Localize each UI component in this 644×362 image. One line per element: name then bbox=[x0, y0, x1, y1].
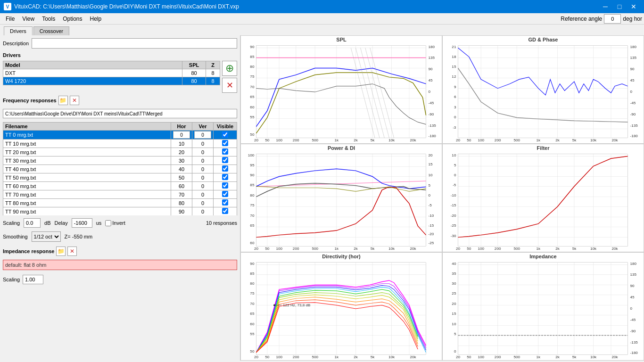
table-row[interactable]: DXT 80 8 bbox=[3, 69, 220, 77]
svg-text:60: 60 bbox=[250, 322, 255, 327]
freq-folder-button[interactable]: 📁 bbox=[58, 96, 68, 105]
svg-rect-0 bbox=[256, 46, 426, 138]
filter-chart: Filter 10 5 0 -5 -10 -15 -20 -25 -30 bbox=[442, 144, 644, 252]
svg-text:10k: 10k bbox=[388, 138, 395, 142]
svg-text:100: 100 bbox=[276, 355, 282, 359]
visible-checkbox[interactable] bbox=[222, 165, 228, 172]
svg-text:70: 70 bbox=[250, 214, 255, 218]
freq-path-input[interactable] bbox=[3, 109, 237, 118]
svg-text:20k: 20k bbox=[410, 247, 416, 251]
add-driver-button[interactable]: ⊕ bbox=[222, 61, 237, 76]
drivers-row: Model SPL Z DXT 80 8 W4 1720 bbox=[3, 61, 237, 93]
scaling-input[interactable] bbox=[24, 218, 41, 228]
list-item[interactable]: TT 50 mrg.txt500 bbox=[3, 173, 237, 182]
menu-view[interactable]: View bbox=[18, 15, 38, 23]
invert-checkbox[interactable] bbox=[105, 220, 111, 226]
svg-text:2k: 2k bbox=[354, 247, 358, 251]
impedance-path-input[interactable] bbox=[3, 260, 237, 270]
svg-text:15: 15 bbox=[452, 312, 456, 316]
visible-checkbox[interactable] bbox=[222, 182, 228, 189]
svg-text:55: 55 bbox=[250, 115, 255, 120]
minimize-button[interactable]: ─ bbox=[599, 0, 612, 13]
tab-drivers[interactable]: Drivers bbox=[4, 26, 33, 35]
ref-angle-unit: deg hor bbox=[623, 16, 642, 22]
description-input[interactable] bbox=[32, 38, 237, 49]
filter-chart-title: Filter bbox=[443, 144, 644, 152]
maximize-button[interactable]: □ bbox=[613, 0, 626, 13]
imp-delete-button[interactable]: ✕ bbox=[67, 247, 77, 256]
hor-input[interactable] bbox=[173, 131, 190, 139]
col-spl: SPL bbox=[182, 61, 206, 69]
list-item[interactable]: TT 70 mrg.txt700 bbox=[3, 190, 237, 199]
list-item[interactable]: TT 60 mrg.txt600 bbox=[3, 182, 237, 190]
impedance-svg: 40 35 30 25 20 15 10 5 0 180 135 90 45 0… bbox=[443, 260, 644, 359]
svg-text:40: 40 bbox=[452, 262, 456, 266]
driver-spl: 80 bbox=[182, 77, 206, 85]
svg-text:1k: 1k bbox=[537, 138, 541, 142]
filter-chart-area: 10 5 0 -5 -10 -15 -20 -25 -30 bbox=[443, 152, 644, 251]
main-layout: Description Drivers Model SPL Z bbox=[0, 35, 644, 361]
driver-z: 8 bbox=[206, 77, 220, 85]
imp-scaling-input[interactable] bbox=[23, 275, 43, 284]
svg-text:20: 20 bbox=[456, 138, 461, 142]
svg-text:75: 75 bbox=[250, 75, 255, 79]
list-item[interactable]: TT 20 mrg.txt200 bbox=[3, 148, 237, 156]
freq-filename: TT 0 mrg.txt bbox=[3, 131, 171, 140]
visible-checkbox[interactable] bbox=[222, 174, 228, 180]
visible-checkbox[interactable] bbox=[222, 132, 228, 138]
drivers-table: Model SPL Z DXT 80 8 W4 1720 bbox=[3, 61, 220, 85]
freq-delete-button[interactable]: ✕ bbox=[70, 96, 79, 105]
smoothing-select[interactable]: 1/12 oct None 1/48 oct 1/24 oct 1/6 oct … bbox=[32, 231, 61, 242]
visible-checkbox[interactable] bbox=[222, 157, 228, 163]
plus-icon: ⊕ bbox=[225, 62, 234, 74]
list-item[interactable]: TT 0 mrg.txt bbox=[3, 131, 237, 140]
table-row[interactable]: W4 1720 80 8 bbox=[3, 77, 220, 85]
svg-rect-149 bbox=[458, 154, 627, 247]
svg-text:10k: 10k bbox=[388, 247, 395, 251]
svg-text:1k: 1k bbox=[537, 247, 541, 251]
list-item[interactable]: TT 90 mrg.txt900 bbox=[3, 207, 237, 216]
svg-text:45: 45 bbox=[630, 78, 635, 82]
title-bar: V VituixCAD: C:\Users\Matthias\Google Dr… bbox=[0, 0, 644, 13]
freq-hor bbox=[171, 131, 192, 140]
delete-driver-button[interactable]: ✕ bbox=[222, 78, 237, 93]
freq-responses-label: Frequency responses bbox=[3, 98, 57, 103]
impedance-chart: Impedance 40 35 30 25 20 15 10 5 0 180 1… bbox=[442, 252, 644, 361]
svg-text:-20: -20 bbox=[451, 214, 456, 218]
menu-file[interactable]: File bbox=[2, 15, 18, 23]
svg-text:-45: -45 bbox=[630, 101, 636, 105]
list-item[interactable]: TT 10 mrg.txt100 bbox=[3, 140, 237, 148]
visible-checkbox[interactable] bbox=[222, 199, 228, 206]
svg-text:200: 200 bbox=[495, 138, 501, 142]
visible-checkbox[interactable] bbox=[222, 191, 228, 197]
col-visible: Visible bbox=[214, 123, 237, 131]
imp-folder-button[interactable]: 📁 bbox=[56, 247, 66, 256]
svg-text:21: 21 bbox=[452, 45, 456, 49]
list-item[interactable]: TT 30 mrg.txt300 bbox=[3, 156, 237, 165]
invert-label: Invert bbox=[105, 220, 125, 226]
menu-bar: File View Tools Options Help Reference a… bbox=[0, 13, 644, 25]
ref-angle-input[interactable] bbox=[604, 14, 621, 24]
svg-text:-135: -135 bbox=[429, 123, 437, 128]
ver-input[interactable] bbox=[194, 131, 211, 139]
driver-spl: 80 bbox=[182, 69, 206, 77]
delay-input[interactable] bbox=[72, 218, 92, 228]
list-item[interactable]: TT 80 mrg.txt800 bbox=[3, 199, 237, 207]
tab-crossover[interactable]: Crossover bbox=[33, 26, 69, 35]
visible-checkbox[interactable] bbox=[222, 148, 228, 155]
svg-text:122 Hz, 73,8 dB: 122 Hz, 73,8 dB bbox=[283, 304, 310, 308]
svg-text:90: 90 bbox=[630, 284, 635, 288]
svg-text:200: 200 bbox=[495, 355, 501, 359]
svg-text:-10: -10 bbox=[451, 194, 456, 198]
visible-checkbox[interactable] bbox=[222, 208, 228, 214]
menu-tools[interactable]: Tools bbox=[38, 15, 59, 23]
svg-text:90: 90 bbox=[429, 67, 433, 71]
svg-rect-187 bbox=[256, 263, 426, 355]
svg-text:55: 55 bbox=[250, 332, 255, 337]
col-model: Model bbox=[3, 61, 182, 69]
list-item[interactable]: TT 40 mrg.txt400 bbox=[3, 165, 237, 173]
visible-checkbox[interactable] bbox=[222, 140, 228, 146]
menu-help[interactable]: Help bbox=[86, 15, 106, 23]
close-button[interactable]: ✕ bbox=[627, 0, 640, 13]
menu-options[interactable]: Options bbox=[59, 15, 86, 23]
